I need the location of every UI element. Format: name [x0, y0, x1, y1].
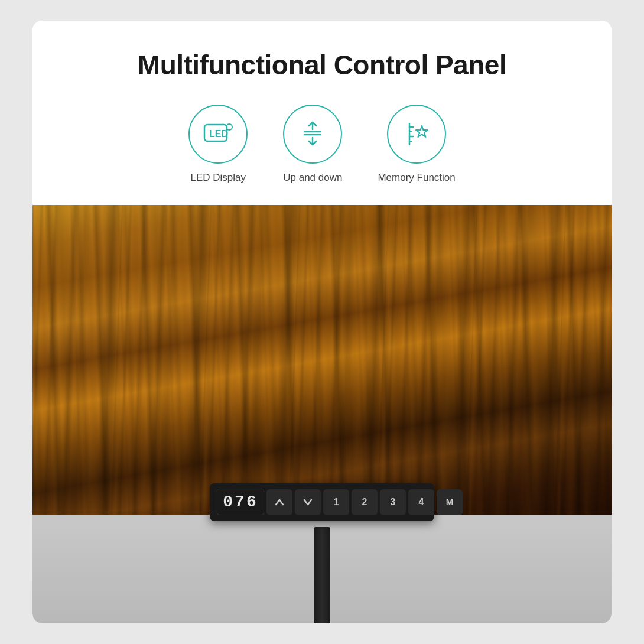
down-button[interactable]	[295, 489, 321, 515]
preset-3-button[interactable]: 3	[380, 489, 406, 515]
display-value: 076	[223, 493, 258, 511]
preset-2-button[interactable]: 2	[352, 489, 378, 515]
info-section: Multifunctional Control Panel LED LED Di…	[32, 21, 612, 205]
updown-label: Up and down	[283, 172, 342, 184]
svg-text:LED: LED	[209, 129, 228, 139]
page-title: Multifunctional Control Panel	[138, 49, 506, 81]
updown-icon-circle	[283, 105, 342, 164]
updown-icon	[296, 118, 329, 151]
memory-label: Memory Function	[378, 172, 455, 184]
led-icon-circle: LED	[188, 105, 248, 164]
product-card: Multifunctional Control Panel LED LED Di…	[32, 21, 612, 623]
control-panel: 076 1 2 3	[210, 483, 434, 521]
feature-led: LED LED Display	[188, 105, 248, 184]
features-row: LED LED Display	[188, 105, 456, 184]
led-display-screen: 076	[217, 489, 264, 515]
preset-1-button[interactable]: 1	[323, 489, 349, 515]
desk-lighting-overlay	[32, 205, 612, 515]
feature-updown: Up and down	[283, 105, 342, 184]
desk-image: 076 1 2 3	[32, 205, 612, 623]
feature-memory: Memory Function	[378, 105, 455, 184]
svg-marker-12	[416, 126, 428, 137]
desk-section: 076 1 2 3	[32, 205, 612, 623]
preset-4-button[interactable]: 4	[408, 489, 434, 515]
up-button[interactable]	[266, 489, 292, 515]
desk-leg	[314, 527, 330, 623]
memory-icon-circle	[387, 105, 446, 164]
memory-button[interactable]: M	[437, 489, 463, 515]
desk-top-surface	[32, 205, 612, 515]
memory-icon	[400, 118, 433, 151]
led-icon: LED	[202, 122, 234, 146]
led-label: LED Display	[190, 172, 246, 184]
